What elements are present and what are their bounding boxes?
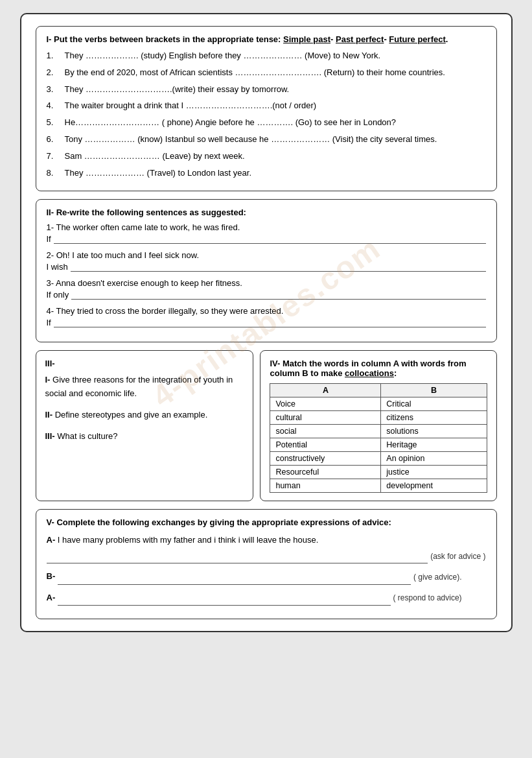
section1-list: 1. They ………………. (study) English before t… [47, 49, 486, 180]
table-row: humandevelopment [270, 479, 487, 493]
table-row: Resourcefuljustice [270, 466, 487, 479]
rewrite-item: 2- Oh! I ate too much and I feel sick no… [47, 250, 486, 272]
section1-title: I- Put the verbs between brackets in the… [47, 34, 486, 44]
list-item: 7. Sam ……………………… (Leave) by next week. [47, 150, 486, 163]
section-2: II- Re-write the following sentences as … [36, 199, 497, 342]
rewrite-item: 1- The worker often came late to work, h… [47, 222, 486, 244]
table-row: culturalcitizens [270, 411, 487, 425]
list-item: III- What is culture? [45, 430, 244, 444]
table-row: socialsolutions [270, 425, 487, 438]
exam-page: 4-printables.com I- Put the verbs betwee… [20, 13, 513, 632]
col-b-header: B [381, 384, 487, 397]
list-item: 1. They ………………. (study) English before t… [47, 49, 486, 63]
rewrite-item: 4- They tried to cross the border illega… [47, 306, 486, 327]
section5-exchanges: A- I have many problems with my father a… [47, 532, 486, 606]
section-5: V- Complete the following exchanges by g… [36, 509, 497, 619]
list-item: 8. They ………………… (Travel) to London last … [47, 167, 486, 180]
list-item: I- Give three reasons for the integratio… [45, 373, 244, 401]
bottom-section: III- I- Give three reasons for the integ… [36, 350, 497, 501]
section2-title: II- Re-write the following sentences as … [47, 207, 486, 217]
collocation-table: A B VoiceCriticalculturalcitizenssocials… [270, 383, 487, 493]
section-3-left: III- I- Give three reasons for the integ… [36, 350, 254, 501]
list-item: II- Define stereotypes and give an examp… [45, 409, 244, 422]
col-a-header: A [270, 384, 381, 397]
table-row: PotentialHeritage [270, 438, 487, 452]
rewrite-item: 3- Anna doesn't exercise enough to keep … [47, 278, 486, 300]
section4-title: IV- Match the words in column A with wor… [270, 359, 487, 378]
section5-title: V- Complete the following exchanges by g… [47, 517, 486, 527]
exchange-b: B- ( give advice). [47, 569, 486, 584]
exchange-a1: A- I have many problems with my father a… [47, 532, 486, 563]
section3-items: I- Give three reasons for the integratio… [45, 373, 244, 443]
section-3-right: IV- Match the words in column A with wor… [260, 350, 496, 501]
section-1: I- Put the verbs between brackets in the… [36, 26, 497, 191]
table-row: VoiceCritical [270, 397, 487, 411]
list-item: 2. By the end of 2020, most of African s… [47, 66, 486, 80]
table-row: constructivelyAn opinion [270, 452, 487, 466]
exchange-a2: A- ( respond to advice) [47, 590, 486, 606]
list-item: 6. Tony ……………… (know) Istanbul so well b… [47, 133, 486, 147]
section2-items: 1- The worker often came late to work, h… [47, 222, 486, 327]
list-item: 3. They ………………………….(write) their essay b… [47, 83, 486, 97]
list-item: 5. He………………………… ( phone) Angie before he… [47, 116, 486, 130]
section3-title: III- [45, 359, 244, 368]
list-item: 4. The waiter brought a drink that I ………… [47, 99, 486, 113]
